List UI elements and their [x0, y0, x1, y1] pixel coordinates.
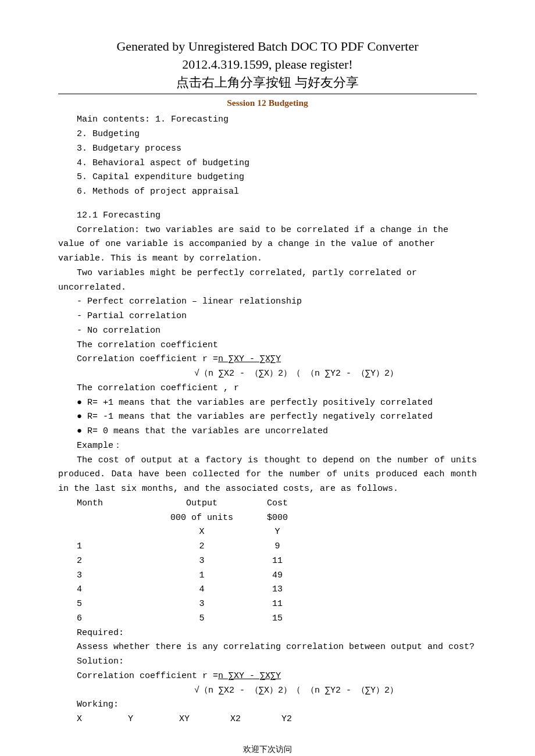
working-col-x2: X2: [230, 712, 281, 727]
header-rule: [58, 94, 477, 94]
header-line-3-cn: 点击右上角分享按钮 与好友分享: [58, 74, 477, 92]
table-cell-y: 13: [245, 583, 309, 597]
bullet-r-minus-1: R= -1 means that the variables are perfe…: [58, 410, 477, 425]
table-cell-month: 4: [77, 583, 158, 597]
coef-formula-denominator: √（n ∑X2 - （∑X）2）（ （n ∑Y2 - （∑Y）2）: [58, 367, 477, 381]
example-text: The cost of output at a factory is thoug…: [58, 454, 477, 497]
footer-text: 欢迎下次访问: [58, 744, 477, 755]
table-row: 1 2 9: [58, 540, 477, 554]
table-row: 4 4 13: [58, 583, 477, 597]
table-var-row: X Y: [58, 525, 477, 540]
table-cell-y: 15: [245, 612, 309, 626]
session-title: Session 12 Budgeting: [58, 98, 477, 108]
table-header-cost: Cost: [245, 497, 309, 511]
required-text: Assess whether there is any correlating …: [58, 640, 477, 655]
table-var-x: X: [158, 525, 245, 540]
table-cell-x: 4: [158, 583, 245, 597]
list-partial-correlation: - Partial correlation: [58, 309, 477, 324]
coef-formula-numerator: n ∑XY - ∑X∑Y: [218, 352, 281, 367]
table-cell-y: 49: [245, 569, 309, 583]
two-variables-sentence: Two variables might be perfectly correla…: [58, 266, 477, 295]
table-cell-x: 1: [158, 569, 245, 583]
bullet-r-plus-1: R= +1 means that the variables are perfe…: [58, 396, 477, 411]
table-cell-month: 6: [77, 612, 158, 626]
coef-heading: The correlation coefficient: [58, 338, 477, 353]
table-cell-y: 11: [245, 554, 309, 569]
table-var-y: Y: [245, 525, 309, 540]
table-subheader-row: 000 of units $000: [58, 511, 477, 526]
solution-label: Solution:: [58, 655, 477, 669]
correlation-definition: Correlation: two variables are said to b…: [58, 223, 477, 266]
coef-formula-top: Correlation coefficient r =n ∑XY - ∑X∑Y: [58, 352, 477, 367]
table-cell-x: 2: [158, 540, 245, 554]
coef-r-heading: The correlation coefficient , r: [58, 381, 477, 396]
working-col-x: X: [77, 712, 128, 727]
table-cell-x: 3: [158, 554, 245, 569]
solution-formula-denominator: √（n ∑X2 - （∑X）2）（ （n ∑Y2 - （∑Y）2）: [58, 684, 477, 698]
table-header-month: Month: [77, 497, 158, 511]
section-heading: 12.1 Forecasting: [58, 209, 477, 223]
header-line-2: 2012.4.319.1599, please register!: [58, 56, 477, 74]
working-col-xy: XY: [179, 712, 230, 727]
toc-intro: Main contents: 1. Forecasting: [58, 113, 477, 127]
toc-item-6: 6. Methods of project appraisal: [58, 185, 477, 199]
working-header-row: X Y XY X2 Y2: [58, 712, 477, 727]
table-cell-month: 3: [77, 569, 158, 583]
table-row: 2 3 11: [58, 554, 477, 569]
toc-item-3: 3. Budgetary process: [58, 142, 477, 156]
table-cell-month: 1: [77, 540, 158, 554]
working-col-y2: Y2: [281, 712, 333, 727]
toc-item-2: 2. Budgeting: [58, 127, 477, 142]
table-subheader-cost: $000: [245, 511, 309, 526]
table-row: 6 5 15: [58, 612, 477, 626]
table-header-output: Output: [158, 497, 245, 511]
working-label: Working:: [58, 698, 477, 712]
required-label: Required:: [58, 626, 477, 641]
solution-formula-lead: Correlation coefficient r =: [77, 671, 218, 681]
working-col-y: Y: [128, 712, 179, 727]
table-cell-y: 9: [245, 540, 309, 554]
list-no-correlation: - No correlation: [58, 324, 477, 338]
table-header-row: Month Output Cost: [58, 497, 477, 511]
header-line-1: Generated by Unregistered Batch DOC TO P…: [58, 38, 477, 56]
solution-formula-top: Correlation coefficient r =n ∑XY - ∑X∑Y: [58, 669, 477, 684]
table-row: 5 3 11: [58, 597, 477, 612]
table-subheader-output: 000 of units: [158, 511, 245, 526]
table-cell-x: 3: [158, 597, 245, 612]
list-perfect-correlation: - Perfect correlation – linear relations…: [58, 295, 477, 309]
table-cell-y: 11: [245, 597, 309, 612]
solution-formula-numerator: n ∑XY - ∑X∑Y: [218, 669, 281, 684]
table-cell-month: 2: [77, 554, 158, 569]
table-row: 3 1 49: [58, 569, 477, 583]
table-cell-x: 5: [158, 612, 245, 626]
table-cell-month: 5: [77, 597, 158, 612]
example-label: Example：: [58, 439, 477, 454]
toc-item-4: 4. Behavioral aspect of budgeting: [58, 156, 477, 171]
coef-formula-lead: Correlation coefficient r =: [77, 354, 218, 364]
toc-item-5: 5. Capital expenditure budgeting: [58, 170, 477, 185]
bullet-r-zero: R= 0 means that the variables are uncorr…: [58, 425, 477, 439]
